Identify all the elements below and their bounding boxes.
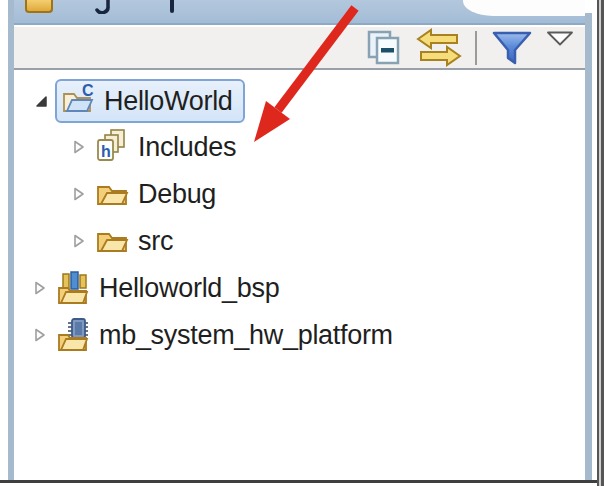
view-right-border xyxy=(585,13,592,480)
collapsed-arrow-icon[interactable] xyxy=(33,280,49,296)
svg-text:C: C xyxy=(82,83,94,99)
svg-text:h: h xyxy=(101,143,111,160)
collapsed-arrow-icon[interactable] xyxy=(72,186,88,202)
view-left-border xyxy=(8,0,14,480)
project-tree: C HelloWorld h Includes xyxy=(14,72,585,480)
collapsed-arrow-icon[interactable] xyxy=(72,233,88,249)
filter-button[interactable] xyxy=(490,29,534,67)
toolbar-separator xyxy=(475,31,477,65)
view-menu-chevron-icon xyxy=(547,31,573,46)
collapsed-arrow-icon[interactable] xyxy=(72,139,88,155)
expanded-arrow-icon[interactable] xyxy=(33,93,49,109)
c-project-folder-icon: C xyxy=(60,83,96,119)
view-menu-button[interactable] xyxy=(547,31,573,46)
tab-text-fragment xyxy=(170,0,174,13)
filter-funnel-icon xyxy=(490,29,534,67)
view-tab-strip[interactable] xyxy=(14,0,585,25)
tree-row-includes[interactable]: h Includes xyxy=(14,124,583,170)
view-toolbar xyxy=(14,27,585,70)
selection-highlight: C HelloWorld xyxy=(55,79,245,123)
bsp-project-folder-icon xyxy=(55,270,91,306)
tree-item-label: HelloWorld xyxy=(104,88,233,115)
tree-row-src[interactable]: src xyxy=(14,218,583,264)
tree-row-debug[interactable]: Debug xyxy=(14,171,583,217)
hw-platform-folder-icon xyxy=(55,317,91,353)
link-with-editor-button[interactable] xyxy=(416,28,462,68)
tree-row-mb-system-hw-platform[interactable]: mb_system_hw_platform xyxy=(14,312,583,358)
includes-icon: h xyxy=(94,129,130,165)
project-explorer-view: C HelloWorld h Includes xyxy=(0,0,604,486)
window-right-edge[interactable] xyxy=(597,0,604,486)
tree-item-label: Includes xyxy=(138,134,236,161)
tree-row-helloworld-bsp[interactable]: Helloworld_bsp xyxy=(14,265,583,311)
tab-text-fragment xyxy=(95,0,113,14)
tab-folder-icon xyxy=(25,0,53,13)
tree-row-helloworld[interactable]: C HelloWorld xyxy=(14,78,583,124)
tree-item-label: Helloworld_bsp xyxy=(99,275,279,302)
open-folder-icon xyxy=(94,223,130,259)
collapse-all-button[interactable] xyxy=(365,29,403,67)
open-folder-icon xyxy=(94,176,130,212)
tree-item-label: src xyxy=(138,228,173,255)
link-with-editor-icon xyxy=(416,28,462,68)
collapsed-arrow-icon[interactable] xyxy=(33,327,49,343)
tree-item-label: mb_system_hw_platform xyxy=(99,322,393,349)
tab-right-curve xyxy=(463,0,585,16)
view-bottom-border xyxy=(0,480,597,483)
collapse-all-icon xyxy=(365,29,403,67)
tree-item-label: Debug xyxy=(138,181,216,208)
